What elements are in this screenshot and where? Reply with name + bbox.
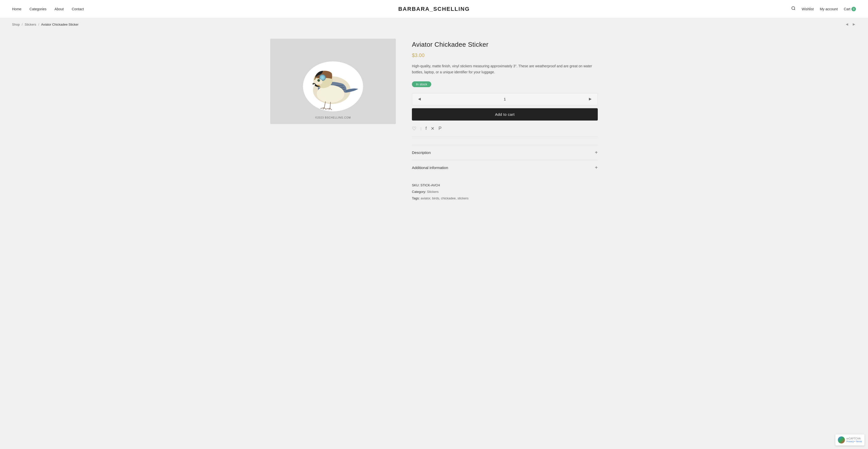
breadcrumb-bar: Shop / Stickers / Aviator Chickadee Stic… [0, 18, 868, 31]
svg-point-12 [318, 79, 319, 81]
breadcrumb-current: Aviator Chickadee Sticker [41, 23, 79, 26]
additional-info-accordion-header[interactable]: Additional information + [412, 160, 598, 175]
description-label: Description [412, 151, 431, 155]
description-accordion-header[interactable]: Description + [412, 145, 598, 160]
svg-point-9 [321, 76, 323, 78]
sku-label: SKU: [412, 183, 420, 187]
nav-about[interactable]: About [55, 7, 64, 11]
product-description: High-quality, matte finish, vinyl sticke… [412, 63, 598, 75]
additional-info-accordion: Additional information + [412, 160, 598, 175]
stock-badge: In stock [412, 82, 431, 87]
description-accordion: Description + [412, 145, 598, 160]
wishlist-button[interactable]: ♡ [412, 126, 416, 132]
product-category-row: Category: Stickers [412, 189, 598, 195]
additional-info-label: Additional information [412, 165, 448, 170]
facebook-share-button[interactable]: f [426, 126, 427, 131]
breadcrumb-shop[interactable]: Shop [12, 23, 20, 26]
nav-contact[interactable]: Contact [72, 7, 84, 11]
site-header: Home Categories About Contact BARBARA_SC… [0, 0, 868, 18]
breadcrumb-sep-1: / [22, 23, 23, 26]
breadcrumb-sep-2: / [38, 23, 39, 26]
quantity-value: 1 [427, 97, 583, 101]
nav-myaccount[interactable]: My account [820, 7, 838, 11]
product-meta: SKU: STICK-AVCH Category: Stickers Tags:… [412, 182, 598, 202]
product-container: ©2023 BSCHELLING.COM Aviator Chickadee S… [258, 31, 610, 218]
category-label: Category: [412, 190, 426, 194]
additional-info-expand-icon: + [595, 165, 598, 170]
product-image-box: ©2023 BSCHELLING.COM [270, 39, 396, 124]
svg-point-0 [792, 6, 795, 9]
nav-wishlist[interactable]: Wishlist [802, 7, 814, 11]
nav-categories[interactable]: Categories [29, 7, 46, 11]
product-title: Aviator Chickadee Sticker [412, 41, 598, 49]
product-tags-row: Tags: aviator, birds, chickadee, sticker… [412, 195, 598, 202]
twitter-share-button[interactable]: ✕ [431, 126, 434, 131]
site-logo[interactable]: BARBARA_SCHELLING [398, 6, 470, 12]
nav-home[interactable]: Home [12, 7, 21, 11]
tag-chickadee[interactable]: chickadee, [441, 196, 457, 200]
quantity-control: ◄ 1 ► [412, 93, 598, 105]
quantity-increase-button[interactable]: ► [583, 93, 597, 105]
product-details: Aviator Chickadee Sticker $3.00 High-qua… [412, 39, 598, 202]
main-nav-left: Home Categories About Contact [12, 7, 84, 11]
nav-cart[interactable]: Cart 0 [844, 7, 856, 11]
product-sku-row: SKU: STICK-AVCH [412, 182, 598, 189]
quantity-decrease-button[interactable]: ◄ [412, 93, 427, 105]
sku-value: STICK-AVCH [421, 183, 440, 187]
tag-birds[interactable]: birds, [432, 196, 440, 200]
prev-product-arrow[interactable]: ◄ [845, 22, 849, 27]
breadcrumb-stickers[interactable]: Stickers [25, 23, 36, 26]
social-divider: | [421, 126, 422, 131]
social-row: ♡ | f ✕ P [412, 126, 598, 137]
product-nav-arrows: ◄ ► [845, 22, 856, 27]
product-image-wrap: ©2023 BSCHELLING.COM [270, 39, 396, 202]
breadcrumb: Shop / Stickers / Aviator Chickadee Stic… [12, 23, 79, 26]
product-price: $3.00 [412, 53, 598, 58]
pinterest-share-button[interactable]: P [438, 126, 441, 131]
category-link[interactable]: Stickers [427, 190, 438, 194]
product-image-svg [293, 46, 373, 117]
search-button[interactable] [791, 6, 796, 12]
cart-count: 0 [851, 7, 856, 11]
product-copyright: ©2023 BSCHELLING.COM [315, 116, 351, 119]
tag-aviator[interactable]: aviator, [421, 196, 431, 200]
add-to-cart-button[interactable]: Add to cart [412, 108, 598, 121]
main-nav-right: Wishlist My account Cart 0 [791, 6, 856, 12]
svg-line-1 [794, 9, 795, 10]
description-expand-icon: + [595, 150, 598, 155]
next-product-arrow[interactable]: ► [852, 22, 856, 27]
tag-stickers[interactable]: stickers [457, 196, 468, 200]
tags-label: Tags: [412, 196, 420, 200]
